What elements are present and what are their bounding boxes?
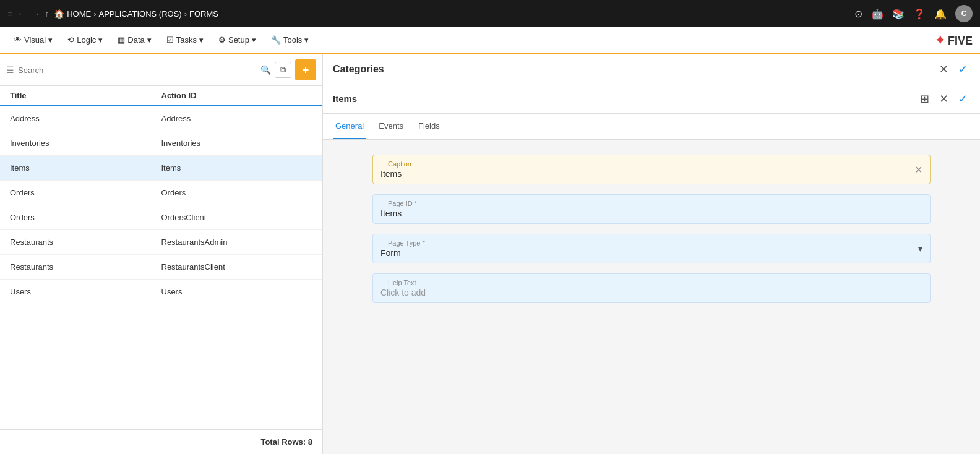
- breadcrumb-apps[interactable]: APPLICATIONS (ROS): [99, 9, 182, 19]
- row-title: Restaurants: [10, 262, 161, 272]
- row-action-id: RestaurantsClient: [161, 262, 313, 272]
- row-title: Inventories: [10, 139, 161, 148]
- row-action-id: Inventories: [161, 139, 313, 148]
- table-body: Address Address Inventories Inventories …: [0, 106, 322, 429]
- bot-icon[interactable]: 🤖: [871, 8, 883, 20]
- row-title: Address: [10, 114, 161, 123]
- visual-icon: 👁: [14, 35, 22, 45]
- data-chevron: ▾: [147, 35, 152, 45]
- page-type-chevron-icon: ▾: [918, 244, 922, 254]
- toolbar-setup-label: Setup: [228, 35, 249, 45]
- categories-check-button[interactable]: ✓: [956, 60, 970, 79]
- row-title: Users: [10, 287, 161, 296]
- logo-text: FIVE: [948, 35, 973, 47]
- avatar[interactable]: C: [955, 5, 973, 22]
- caption-field-group: Caption ✕: [372, 155, 931, 184]
- breadcrumb-forms[interactable]: FORMS: [189, 9, 218, 19]
- page-id-field-group: Page ID *: [372, 194, 931, 224]
- add-button[interactable]: +: [295, 59, 316, 80]
- toolbar-tasks[interactable]: ☑ Tasks ▾: [160, 32, 210, 48]
- breadcrumb: 🏠 HOME › APPLICATIONS (ROS) › FORMS: [54, 9, 218, 19]
- caption-label: Caption: [380, 160, 914, 168]
- table-row[interactable]: Address Address: [0, 106, 322, 131]
- forward-icon[interactable]: →: [31, 9, 40, 19]
- setup-chevron: ▾: [252, 35, 256, 45]
- back-icon[interactable]: ←: [17, 9, 26, 19]
- table-row[interactable]: Users Users: [0, 280, 322, 304]
- help-text-placeholder[interactable]: Click to add: [380, 288, 922, 298]
- tabs: General Events Fields: [323, 114, 980, 140]
- table-footer: Total Rows: 8: [0, 429, 322, 454]
- five-logo: ✦ FIVE: [935, 33, 973, 48]
- tab-fields[interactable]: Fields: [416, 114, 442, 139]
- page-type-field-group: Page Type * Form List Dashboard Calendar…: [372, 234, 931, 263]
- tools-chevron: ▾: [304, 35, 309, 45]
- toolbar-tools[interactable]: 🔧 Tools ▾: [265, 32, 315, 48]
- search-input[interactable]: [18, 66, 257, 75]
- breadcrumb-home[interactable]: HOME: [67, 9, 91, 19]
- left-panel: ☰ 🔍 ⧉ + Title Action ID Address Address …: [0, 54, 323, 454]
- toolbar-visual[interactable]: 👁 Visual ▾: [7, 32, 59, 48]
- search-submit-icon[interactable]: 🔍: [260, 65, 271, 75]
- items-title: Items: [333, 93, 918, 104]
- support-icon[interactable]: ⊙: [854, 8, 862, 20]
- search-bar: ☰ 🔍 ⧉ +: [0, 54, 322, 86]
- tab-general[interactable]: General: [333, 114, 366, 139]
- row-title: Restaurants: [10, 238, 161, 247]
- toolbar-data-label: Data: [127, 35, 144, 45]
- toolbar: 👁 Visual ▾ ⟲ Logic ▾ ▦ Data ▾ ☑ Tasks ▾ …: [0, 27, 980, 54]
- categories-actions: ✕ ✓: [937, 60, 970, 79]
- help-text-label: Help Text: [380, 279, 922, 286]
- tasks-icon: ☑: [166, 35, 174, 45]
- caption-input[interactable]: [380, 169, 914, 179]
- table-row[interactable]: Orders Orders: [0, 181, 322, 205]
- table-row[interactable]: Restaurants RestaurantsAdmin: [0, 230, 322, 255]
- total-rows-label: Total Rows: 8: [260, 437, 312, 447]
- items-close-button[interactable]: ✕: [937, 90, 951, 108]
- toolbar-logic[interactable]: ⟲ Logic ▾: [61, 32, 109, 48]
- toolbar-tools-label: Tools: [283, 35, 302, 45]
- right-panel: Categories ✕ ✓ Items ⊞ ✕ ✓ General Event…: [323, 54, 980, 454]
- table-row[interactable]: Orders OrdersClient: [0, 205, 322, 230]
- up-icon[interactable]: ↑: [45, 9, 49, 19]
- page-id-input[interactable]: [380, 208, 922, 218]
- toolbar-data[interactable]: ▦ Data ▾: [111, 32, 157, 48]
- row-title: Orders: [10, 188, 161, 197]
- page-type-label: Page Type *: [380, 239, 918, 247]
- toolbar-setup[interactable]: ⚙ Setup ▾: [212, 32, 262, 48]
- page-id-input-wrap: Page ID *: [372, 194, 931, 224]
- items-table-icon-button[interactable]: ⊞: [918, 90, 932, 108]
- row-title: Items: [10, 163, 161, 173]
- page-type-input-wrap: Page Type * Form List Dashboard Calendar…: [372, 234, 931, 263]
- table-row[interactable]: Inventories Inventories: [0, 131, 322, 156]
- menu-icon[interactable]: ≡: [7, 9, 12, 19]
- visual-chevron: ▾: [48, 35, 53, 45]
- help-text-field-group: Help Text Click to add: [372, 273, 931, 303]
- top-bar-left: ≡ ← → ↑ 🏠 HOME › APPLICATIONS (ROS) › FO…: [7, 9, 849, 19]
- items-check-button[interactable]: ✓: [956, 90, 970, 108]
- search-icon: ☰: [6, 65, 14, 75]
- page-type-select[interactable]: Form List Dashboard Calendar: [380, 248, 918, 258]
- tab-events[interactable]: Events: [376, 114, 406, 139]
- categories-close-button[interactable]: ✕: [937, 60, 951, 79]
- logic-chevron: ▾: [98, 35, 103, 45]
- toolbar-visual-label: Visual: [24, 35, 46, 45]
- row-action-id: Address: [161, 114, 313, 123]
- col-action-header: Action ID: [161, 91, 313, 100]
- table-header: Title Action ID: [0, 86, 322, 106]
- form-content: Caption ✕ Page ID *: [323, 140, 980, 454]
- copy-button[interactable]: ⧉: [275, 62, 291, 78]
- books-icon[interactable]: 📚: [892, 8, 905, 20]
- bell-icon[interactable]: 🔔: [934, 8, 947, 20]
- top-bar: ≡ ← → ↑ 🏠 HOME › APPLICATIONS (ROS) › FO…: [0, 0, 980, 27]
- caption-input-wrap: Caption ✕: [372, 155, 931, 184]
- home-icon: 🏠: [54, 9, 64, 19]
- row-action-id: Orders: [161, 188, 313, 197]
- help-icon[interactable]: ❓: [913, 8, 926, 20]
- caption-clear-button[interactable]: ✕: [914, 164, 922, 176]
- help-text-input-wrap[interactable]: Help Text Click to add: [372, 273, 931, 303]
- row-action-id: Items: [161, 163, 313, 173]
- table-row-selected[interactable]: Items Items: [0, 156, 322, 181]
- breadcrumb-sep2: ›: [184, 9, 187, 19]
- table-row[interactable]: Restaurants RestaurantsClient: [0, 255, 322, 280]
